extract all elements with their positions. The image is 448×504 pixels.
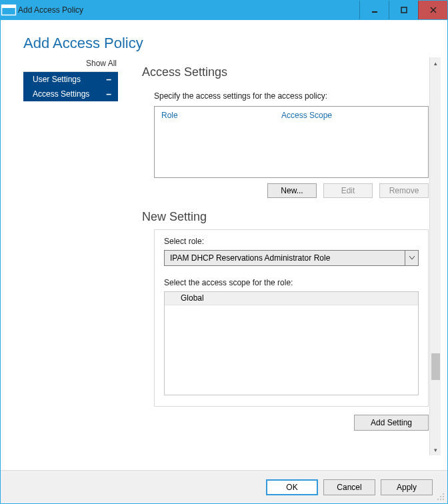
svg-point-11 xyxy=(443,499,444,500)
column-header-access-scope[interactable]: Access Scope xyxy=(281,111,421,120)
scroll-up-icon[interactable]: ▴ xyxy=(430,57,441,69)
add-setting-button[interactable]: Add Setting xyxy=(354,415,429,431)
window-title: Add Access Policy xyxy=(17,5,359,15)
column-header-role[interactable]: Role xyxy=(161,111,281,120)
scroll-down-icon[interactable]: ▾ xyxy=(430,444,441,455)
title-bar: Add Access Policy xyxy=(0,0,448,20)
access-settings-table: Role Access Scope xyxy=(154,106,429,178)
collapse-icon: – xyxy=(106,72,111,87)
select-scope-label: Select the access scope for the role: xyxy=(164,278,419,287)
page-heading: Add Access Policy xyxy=(7,20,441,57)
new-setting-title: New Setting xyxy=(142,210,429,224)
ok-button[interactable]: OK xyxy=(266,479,318,495)
svg-point-6 xyxy=(443,493,444,495)
access-scope-tree[interactable]: Global xyxy=(164,291,419,395)
svg-point-8 xyxy=(443,496,444,497)
access-settings-title: Access Settings xyxy=(142,65,429,79)
svg-rect-2 xyxy=(372,11,377,13)
scrollbar-thumb[interactable] xyxy=(431,353,440,380)
access-settings-help: Specify the access settings for the acce… xyxy=(154,91,429,101)
svg-point-10 xyxy=(440,499,441,500)
minimize-button[interactable] xyxy=(359,1,389,19)
sidebar-item-label: Access Settings xyxy=(33,87,89,101)
sidebar: Show All User Settings – Access Settings… xyxy=(7,57,122,455)
svg-point-9 xyxy=(437,499,439,500)
show-all-link[interactable]: Show All xyxy=(23,57,122,69)
vertical-scrollbar[interactable]: ▴ ▾ xyxy=(429,57,441,455)
role-dropdown[interactable]: IPAM DHCP Reservations Administrator Rol… xyxy=(164,250,419,266)
dialog-footer: OK Cancel Apply xyxy=(1,470,447,503)
close-button[interactable] xyxy=(418,1,447,19)
svg-point-7 xyxy=(440,496,441,497)
new-button[interactable]: New... xyxy=(267,183,317,198)
remove-button: Remove xyxy=(379,183,429,198)
chevron-down-icon[interactable] xyxy=(405,251,418,265)
cancel-button[interactable]: Cancel xyxy=(323,479,375,495)
resize-grip-icon[interactable] xyxy=(437,493,445,501)
app-icon xyxy=(1,1,17,19)
collapse-icon: – xyxy=(106,87,111,101)
sidebar-item-access-settings[interactable]: Access Settings – xyxy=(23,87,118,101)
sidebar-item-user-settings[interactable]: User Settings – xyxy=(23,72,118,87)
select-role-label: Select role: xyxy=(164,237,419,246)
edit-button: Edit xyxy=(323,183,373,198)
maximize-button[interactable] xyxy=(389,1,418,19)
new-setting-panel: Select role: IPAM DHCP Reservations Admi… xyxy=(154,229,429,407)
svg-rect-3 xyxy=(401,7,407,13)
svg-rect-1 xyxy=(2,5,16,9)
role-dropdown-value: IPAM DHCP Reservations Administrator Rol… xyxy=(165,251,405,265)
sidebar-item-label: User Settings xyxy=(33,72,81,87)
apply-button[interactable]: Apply xyxy=(381,479,433,495)
scope-item-global[interactable]: Global xyxy=(165,292,418,305)
